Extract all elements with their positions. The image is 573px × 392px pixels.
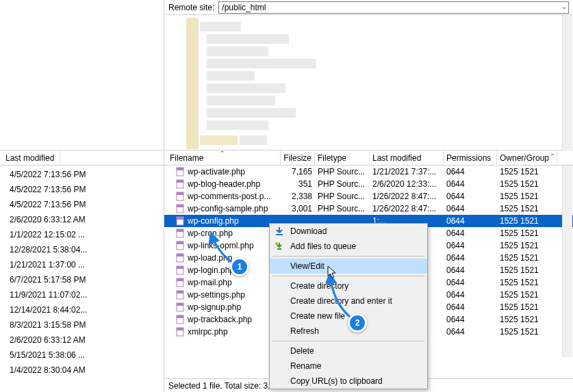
file-permissions: 0644 [444, 167, 497, 177]
menu-create-directory-enter[interactable]: Create directory and enter it [270, 293, 427, 309]
col-owner-group[interactable]: Owner/Group ⌃ [497, 151, 557, 166]
local-list-item[interactable]: 1/4/2022 8:30:04 AM [0, 363, 164, 378]
local-list-item[interactable]: 1/21/2021 1:37:00 ... [0, 257, 164, 272]
col-filetype[interactable]: Filetype [315, 151, 370, 166]
file-owner: 1525 1521 [497, 315, 557, 324]
file-row[interactable]: wp-activate.php7,165PHP Sourc...1/21/202… [164, 166, 573, 178]
svg-rect-11 [177, 229, 183, 232]
remote-path-input[interactable]: /public_html ⌄ [218, 1, 569, 14]
php-file-icon [175, 167, 185, 177]
local-list[interactable]: 4/5/2022 7:13:56 PM4/5/2022 7:13:56 PM4/… [0, 166, 164, 379]
file-size: 7,165 [281, 167, 315, 177]
menu-copy-urls[interactable]: Copy URL(s) to clipboard [270, 374, 427, 389]
remote-site-label: Remote site: [168, 3, 214, 12]
file-owner: 1525 1521 [497, 192, 557, 201]
local-list-item[interactable]: 11/9/2021 11:07:02... [0, 287, 164, 302]
php-file-icon [175, 216, 185, 226]
remote-site-bar: Remote site: /public_html ⌄ [164, 0, 573, 15]
local-list-item[interactable]: 6/7/2021 5:17:58 PM [0, 272, 164, 287]
local-list-item[interactable]: 4/5/2022 7:13:56 PM [0, 197, 164, 212]
file-name: wp-activate.php [188, 167, 245, 177]
scroll-up-icon[interactable]: ⌃ [550, 153, 555, 160]
svg-rect-21 [177, 291, 183, 293]
local-list-item[interactable]: 4/5/2022 7:13:56 PM [0, 182, 164, 197]
file-row[interactable]: wp-config-sample.php3,001PHP Sourc...1/2… [164, 202, 573, 215]
file-permissions: 0644 [444, 228, 497, 238]
file-permissions: 0644 [444, 278, 497, 287]
svg-rect-7 [177, 205, 183, 207]
file-permissions: 0644 [444, 192, 497, 201]
file-permissions: 0644 [444, 265, 497, 275]
local-list-item[interactable]: 8/3/2021 3:15:58 PM [0, 317, 164, 332]
file-size: 3,001 [281, 204, 315, 213]
remote-tree[interactable] [164, 15, 573, 151]
file-owner: 1525 1521 [497, 228, 557, 238]
chevron-down-icon[interactable]: ⌄ [561, 3, 567, 10]
local-list-item[interactable]: 12/28/2021 5:38:04... [0, 242, 164, 257]
col-filename[interactable]: ⌃ Filename [164, 151, 281, 166]
local-list-header[interactable]: Last modified [0, 151, 164, 166]
php-file-icon [175, 327, 185, 337]
col-lastmodified[interactable]: Last modified [370, 151, 444, 166]
file-modified: 1/26/2022 8:47:... [370, 192, 444, 201]
svg-rect-25 [177, 315, 183, 318]
file-modified: 1/21/2021 7:37:... [370, 167, 444, 177]
status-text: Selected 1 file. Total size: 3, [168, 381, 270, 391]
menu-separator [272, 276, 424, 276]
php-file-icon [175, 253, 185, 263]
php-file-icon [175, 265, 185, 275]
file-permissions: 0644 [444, 179, 497, 189]
file-name: wp-blog-header.php [188, 179, 260, 189]
file-owner: 1525 1521 [497, 179, 557, 189]
local-list-item[interactable]: 4/5/2022 7:13:56 PM [0, 167, 164, 182]
local-tree[interactable] [0, 0, 164, 151]
menu-create-directory[interactable]: Create directory [270, 278, 427, 293]
file-permissions: 0644 [444, 327, 497, 337]
menu-view-edit[interactable]: View/Edit [270, 259, 427, 274]
local-panel: Last modified 4/5/2022 7:13:56 PM4/5/202… [0, 0, 164, 392]
file-name: wp-login.php [188, 265, 234, 275]
file-owner: 1525 1521 [497, 253, 557, 263]
file-name: wp-signup.php [188, 302, 241, 312]
menu-download[interactable]: Download [270, 224, 427, 239]
local-list-item[interactable]: 12/14/2021 8:44:02... [0, 302, 164, 317]
file-owner: 1525 1521 [497, 241, 557, 250]
col-filesize[interactable]: Filesize [281, 151, 315, 166]
php-file-icon [175, 179, 185, 189]
file-row[interactable]: wp-blog-header.php351PHP Sourc...2/6/202… [164, 178, 573, 190]
menu-rename[interactable]: Rename [270, 358, 427, 374]
local-list-item[interactable]: 1/1/2022 12:15:02 ... [0, 227, 164, 242]
remote-file-header[interactable]: ⌃ Filename Filesize Filetype Last modifi… [164, 151, 573, 166]
file-permissions: 0644 [444, 216, 497, 226]
file-name: wp-comments-post.p... [188, 192, 270, 201]
php-file-icon [175, 302, 185, 312]
file-type: PHP Sourc... [315, 167, 370, 177]
local-list-item[interactable]: 5/15/2021 5:38:06 ... [0, 348, 164, 363]
menu-add-queue[interactable]: Add files to queue [270, 239, 427, 254]
file-name: wp-cron.php [188, 228, 233, 238]
menu-delete[interactable]: Delete [270, 343, 427, 358]
col-last-modified[interactable]: Last modified [0, 151, 60, 166]
svg-rect-19 [177, 278, 183, 281]
svg-point-29 [275, 242, 278, 245]
file-owner: 1525 1521 [497, 290, 557, 300]
file-type: PHP Sourc... [315, 179, 370, 189]
file-permissions: 0644 [444, 302, 497, 312]
file-row[interactable]: wp-comments-post.p...2,338PHP Sourc...1/… [164, 190, 573, 202]
file-type: PHP Sourc... [315, 204, 370, 213]
menu-separator [272, 256, 424, 257]
file-name: wp-links-opml.php [188, 241, 254, 250]
filelist-scrollbar[interactable] [562, 166, 572, 357]
svg-rect-13 [177, 241, 183, 244]
file-size: 2,338 [281, 192, 315, 201]
col-permissions[interactable]: Permissions [444, 151, 497, 166]
svg-rect-27 [177, 328, 183, 330]
svg-rect-9 [177, 217, 183, 220]
context-menu: Download Add files to queue View/Edit Cr… [269, 223, 428, 389]
file-owner: 1525 1521 [497, 167, 557, 177]
local-list-item[interactable]: 2/6/2020 6:33:12 AM [0, 212, 164, 227]
file-owner: 1525 1521 [497, 204, 557, 213]
file-type: PHP Sourc... [315, 192, 370, 201]
local-list-item[interactable]: 2/6/2020 6:33:12 AM [0, 332, 164, 348]
tree-scrollbar[interactable] [562, 15, 572, 151]
